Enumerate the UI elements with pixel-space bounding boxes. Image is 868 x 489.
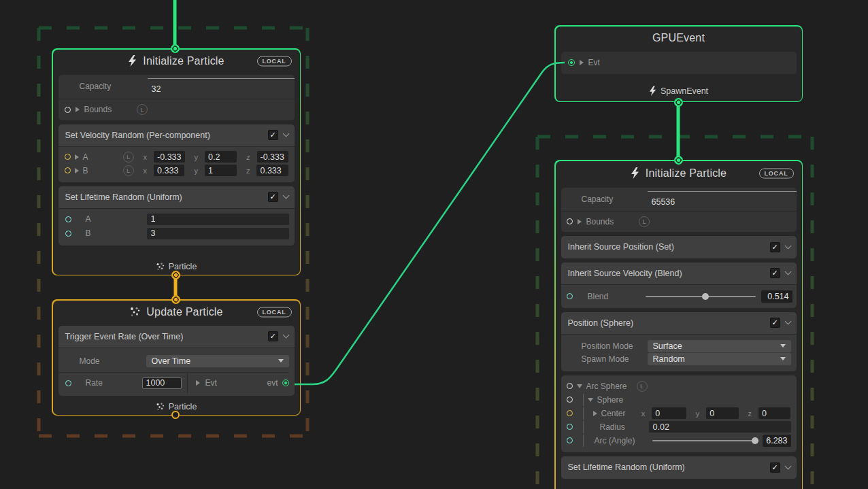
sphere-port[interactable]	[567, 397, 573, 403]
port-b[interactable]	[65, 167, 71, 173]
expand-arrow-icon[interactable]	[75, 168, 79, 173]
block-inherit-source-velocity[interactable]: Inherit Source Velocity (Blend) Blend 0.…	[561, 263, 797, 308]
arc-angle-value[interactable]: 6.283	[763, 435, 790, 447]
node-header[interactable]: Update Particle LOCAL	[53, 301, 300, 324]
arc-angle-port[interactable]	[567, 437, 573, 443]
vfx-graph-canvas[interactable]: Initialize Particle LOCAL Capacity 32 Bo…	[0, 0, 868, 489]
b-field[interactable]: 3	[147, 228, 289, 239]
axis-x-label: x	[641, 409, 646, 418]
capacity-field[interactable]: 65536	[648, 191, 797, 207]
center-y-field[interactable]: 0	[706, 407, 738, 419]
bounds-label: Bounds	[586, 217, 614, 226]
z-field[interactable]: -0.333	[257, 151, 289, 163]
block-enabled-checkbox[interactable]	[268, 331, 278, 341]
local-space-toggle[interactable]: L	[137, 104, 148, 115]
gpuevent-output-anchor[interactable]	[674, 98, 683, 107]
node-update-particle[interactable]: Update Particle LOCAL Trigger Event Rate…	[52, 299, 301, 416]
left-init-input-anchor[interactable]	[171, 44, 180, 53]
block-set-lifetime-random[interactable]: Set Lifetime Random (Uniform)	[561, 456, 797, 479]
x-field[interactable]: -0.333	[154, 151, 184, 163]
left-init-output-anchor[interactable]	[171, 271, 180, 280]
collapse-chevron-icon[interactable]	[282, 332, 289, 339]
collapse-chevron-icon[interactable]	[282, 131, 289, 137]
node-header[interactable]: Initialize Particle LOCAL	[53, 50, 300, 73]
spawn-mode-label: Spawn Mode	[582, 354, 648, 364]
block-set-velocity-random[interactable]: Set Velocity Random (Per-component) A L …	[59, 124, 295, 182]
bounds-port[interactable]	[567, 218, 573, 224]
a-field[interactable]: 1	[147, 214, 289, 225]
blend-value[interactable]: 0.514	[761, 290, 792, 303]
collapse-chevron-icon[interactable]	[784, 462, 791, 469]
evt-input-port[interactable]	[568, 59, 575, 66]
evt-input-block: Evt	[561, 52, 797, 74]
block-trigger-event-rate[interactable]: Trigger Event Rate (Over Time) Mode Over…	[59, 326, 295, 396]
port-a[interactable]	[65, 216, 71, 222]
radius-field[interactable]: 0.02	[649, 421, 791, 433]
evt-label: Evt	[205, 378, 217, 388]
expand-arrow-icon[interactable]	[76, 107, 80, 112]
block-position-sphere[interactable]: Position (Sphere) Position Mode Surface …	[561, 312, 797, 371]
radius-port[interactable]	[567, 424, 573, 430]
local-space-toggle[interactable]: L	[123, 152, 134, 163]
axis-y-label: y	[194, 167, 198, 175]
block-title: Set Velocity Random (Per-component)	[65, 131, 268, 140]
mode-dropdown[interactable]: Over Time	[146, 355, 289, 367]
center-port[interactable]	[567, 410, 573, 416]
node-initialize-particle-left[interactable]: Initialize Particle LOCAL Capacity 32 Bo…	[52, 48, 301, 275]
x-field[interactable]: 0.333	[154, 165, 184, 176]
collapse-chevron-icon[interactable]	[282, 192, 289, 199]
y-field[interactable]: 0.2	[205, 151, 237, 163]
position-mode-dropdown[interactable]: Surface	[648, 340, 791, 352]
node-header[interactable]: Initialize Particle LOCAL	[556, 161, 802, 186]
mode-label: Mode	[80, 356, 146, 366]
local-space-toggle[interactable]: L	[637, 381, 648, 392]
axis-z-label: z	[246, 167, 250, 175]
expand-arrow-icon[interactable]	[75, 154, 79, 160]
block-title: Position (Sphere)	[568, 318, 770, 328]
capacity-field[interactable]: 32	[148, 78, 295, 95]
expand-arrow-icon[interactable]	[578, 219, 582, 224]
local-badge: LOCAL	[257, 56, 292, 66]
arc-sphere-port[interactable]	[567, 383, 573, 389]
collapse-arrow-icon[interactable]	[577, 384, 582, 388]
local-space-toggle[interactable]: L	[123, 165, 134, 176]
evt-output-port[interactable]	[282, 380, 289, 386]
collapse-arrow-icon[interactable]	[588, 398, 593, 402]
collapse-chevron-icon[interactable]	[784, 318, 791, 325]
y-field[interactable]: 1	[205, 165, 237, 176]
block-inherit-source-position[interactable]: Inherit Source Position (Set)	[561, 236, 797, 258]
local-space-toggle[interactable]: L	[639, 216, 650, 227]
spawn-mode-dropdown[interactable]: Random	[648, 353, 791, 365]
update-input-anchor[interactable]	[171, 295, 180, 304]
block-enabled-checkbox[interactable]	[770, 462, 780, 473]
blend-slider[interactable]	[646, 292, 756, 301]
port-b[interactable]	[65, 231, 71, 237]
block-enabled-checkbox[interactable]	[770, 268, 780, 278]
arc-angle-slider[interactable]	[652, 437, 758, 445]
bounds-port[interactable]	[65, 107, 71, 113]
block-title: Set Lifetime Random (Uniform)	[65, 192, 268, 202]
block-enabled-checkbox[interactable]	[770, 242, 780, 252]
collapse-chevron-icon[interactable]	[784, 269, 791, 275]
rate-port[interactable]	[65, 380, 71, 386]
node-gpuevent[interactable]: GPUEvent Evt SpawnEvent	[554, 25, 803, 102]
right-init-input-anchor[interactable]	[674, 156, 683, 165]
expand-arrow-icon[interactable]	[593, 411, 597, 416]
blend-port[interactable]	[567, 293, 573, 299]
block-enabled-checkbox[interactable]	[268, 192, 278, 202]
block-enabled-checkbox[interactable]	[268, 130, 278, 140]
z-field[interactable]: 0.333	[256, 165, 288, 176]
update-output-anchor[interactable]	[171, 411, 180, 419]
arc-sphere-label: Arc Sphere	[586, 382, 627, 391]
block-enabled-checkbox[interactable]	[770, 318, 780, 328]
node-header[interactable]: GPUEvent	[556, 27, 802, 50]
block-set-lifetime-random[interactable]: Set Lifetime Random (Uniform) A 1 B 3	[59, 186, 295, 246]
node-initialize-particle-right[interactable]: Initialize Particle LOCAL Capacity 65536…	[554, 160, 803, 489]
collapse-chevron-icon[interactable]	[784, 242, 791, 249]
center-x-field[interactable]: 0	[652, 407, 686, 419]
port-a[interactable]	[65, 154, 71, 160]
edge-evt-to-gpuevent[interactable]	[295, 63, 565, 384]
center-z-field[interactable]: 0	[758, 407, 790, 419]
rate-field[interactable]: 1000	[142, 377, 182, 389]
dropdown-arrow-icon	[278, 359, 284, 362]
